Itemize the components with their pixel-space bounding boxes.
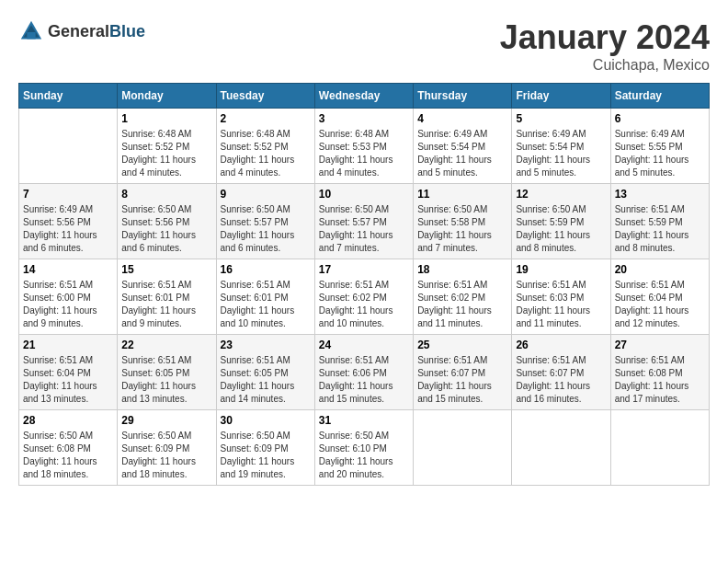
calendar-cell: 25Sunrise: 6:51 AM Sunset: 6:07 PM Dayli… (414, 335, 512, 410)
day-info: Sunrise: 6:51 AM Sunset: 6:00 PM Dayligh… (23, 279, 113, 330)
day-info: Sunrise: 6:51 AM Sunset: 6:08 PM Dayligh… (615, 354, 705, 406)
week-row-1: 1Sunrise: 6:48 AM Sunset: 5:52 PM Daylig… (19, 109, 710, 184)
day-number: 19 (516, 263, 606, 276)
day-info: Sunrise: 6:50 AM Sunset: 6:08 PM Dayligh… (23, 430, 113, 481)
weekday-header-sunday: Sunday (19, 84, 118, 109)
day-number: 10 (319, 188, 409, 201)
weekday-header-wednesday: Wednesday (314, 84, 413, 109)
calendar-cell: 26Sunrise: 6:51 AM Sunset: 6:07 PM Dayli… (512, 335, 610, 410)
logo: GeneralBlue (18, 18, 145, 44)
title-block: January 2024 Cuichapa, Mexico (500, 18, 710, 74)
calendar-cell: 22Sunrise: 6:51 AM Sunset: 6:05 PM Dayli… (118, 335, 216, 410)
day-number: 18 (417, 263, 507, 276)
day-number: 1 (121, 112, 211, 125)
day-number: 4 (417, 112, 507, 125)
calendar-cell: 11Sunrise: 6:50 AM Sunset: 5:58 PM Dayli… (414, 184, 512, 259)
page-header: GeneralBlue January 2024 Cuichapa, Mexic… (18, 18, 710, 74)
calendar-cell: 18Sunrise: 6:51 AM Sunset: 6:02 PM Dayli… (414, 259, 512, 335)
day-info: Sunrise: 6:50 AM Sunset: 6:10 PM Dayligh… (319, 430, 409, 481)
week-row-5: 28Sunrise: 6:50 AM Sunset: 6:08 PM Dayli… (19, 410, 710, 486)
calendar-cell: 9Sunrise: 6:50 AM Sunset: 5:57 PM Daylig… (216, 184, 314, 259)
calendar-cell: 16Sunrise: 6:51 AM Sunset: 6:01 PM Dayli… (216, 259, 314, 335)
day-number: 12 (516, 188, 606, 201)
day-info: Sunrise: 6:51 AM Sunset: 5:59 PM Dayligh… (615, 203, 705, 255)
calendar-cell: 6Sunrise: 6:49 AM Sunset: 5:55 PM Daylig… (610, 109, 709, 184)
day-info: Sunrise: 6:50 AM Sunset: 5:57 PM Dayligh… (319, 203, 409, 255)
day-info: Sunrise: 6:48 AM Sunset: 5:53 PM Dayligh… (319, 128, 409, 179)
day-info: Sunrise: 6:50 AM Sunset: 5:58 PM Dayligh… (417, 203, 507, 255)
calendar-cell: 4Sunrise: 6:49 AM Sunset: 5:54 PM Daylig… (414, 109, 512, 184)
day-info: Sunrise: 6:50 AM Sunset: 5:57 PM Dayligh… (221, 203, 311, 255)
day-number: 2 (221, 112, 311, 125)
day-info: Sunrise: 6:51 AM Sunset: 6:07 PM Dayligh… (417, 354, 507, 406)
weekday-header-monday: Monday (118, 84, 216, 109)
day-number: 21 (23, 339, 113, 351)
weekday-header-row: SundayMondayTuesdayWednesdayThursdayFrid… (19, 84, 710, 109)
day-info: Sunrise: 6:50 AM Sunset: 6:09 PM Dayligh… (121, 430, 211, 481)
day-number: 27 (615, 339, 705, 351)
weekday-header-tuesday: Tuesday (216, 84, 314, 109)
day-number: 29 (121, 414, 211, 427)
calendar-cell: 5Sunrise: 6:49 AM Sunset: 5:54 PM Daylig… (512, 109, 610, 184)
calendar-cell: 31Sunrise: 6:50 AM Sunset: 6:10 PM Dayli… (314, 410, 413, 486)
calendar-cell: 19Sunrise: 6:51 AM Sunset: 6:03 PM Dayli… (512, 259, 610, 335)
day-number: 7 (23, 188, 113, 201)
calendar-cell: 1Sunrise: 6:48 AM Sunset: 5:52 PM Daylig… (118, 109, 216, 184)
calendar-cell: 21Sunrise: 6:51 AM Sunset: 6:04 PM Dayli… (19, 335, 118, 410)
calendar-cell: 15Sunrise: 6:51 AM Sunset: 6:01 PM Dayli… (118, 259, 216, 335)
calendar-cell: 12Sunrise: 6:50 AM Sunset: 5:59 PM Dayli… (512, 184, 610, 259)
day-number: 30 (221, 414, 311, 427)
calendar-cell: 13Sunrise: 6:51 AM Sunset: 5:59 PM Dayli… (610, 184, 709, 259)
month-title: January 2024 (500, 18, 710, 57)
day-number: 13 (615, 188, 705, 201)
calendar-cell: 10Sunrise: 6:50 AM Sunset: 5:57 PM Dayli… (314, 184, 413, 259)
calendar-cell (414, 410, 512, 486)
day-info: Sunrise: 6:51 AM Sunset: 6:04 PM Dayligh… (23, 354, 113, 406)
week-row-4: 21Sunrise: 6:51 AM Sunset: 6:04 PM Dayli… (19, 335, 710, 410)
day-info: Sunrise: 6:51 AM Sunset: 6:05 PM Dayligh… (221, 354, 311, 406)
calendar-cell: 24Sunrise: 6:51 AM Sunset: 6:06 PM Dayli… (314, 335, 413, 410)
calendar-cell: 20Sunrise: 6:51 AM Sunset: 6:04 PM Dayli… (610, 259, 709, 335)
calendar-cell: 17Sunrise: 6:51 AM Sunset: 6:02 PM Dayli… (314, 259, 413, 335)
day-number: 8 (121, 188, 211, 201)
day-info: Sunrise: 6:51 AM Sunset: 6:03 PM Dayligh… (516, 279, 606, 330)
day-info: Sunrise: 6:51 AM Sunset: 6:05 PM Dayligh… (121, 354, 211, 406)
day-number: 14 (23, 263, 113, 276)
calendar-cell: 29Sunrise: 6:50 AM Sunset: 6:09 PM Dayli… (118, 410, 216, 486)
day-number: 23 (221, 339, 311, 351)
calendar-cell: 27Sunrise: 6:51 AM Sunset: 6:08 PM Dayli… (610, 335, 709, 410)
weekday-header-friday: Friday (512, 84, 610, 109)
calendar-table: SundayMondayTuesdayWednesdayThursdayFrid… (18, 83, 710, 486)
day-number: 26 (516, 339, 606, 351)
week-row-2: 7Sunrise: 6:49 AM Sunset: 5:56 PM Daylig… (19, 184, 710, 259)
day-number: 9 (221, 188, 311, 201)
day-info: Sunrise: 6:51 AM Sunset: 6:04 PM Dayligh… (615, 279, 705, 330)
logo-text-blue: Blue (109, 22, 145, 40)
day-number: 11 (417, 188, 507, 201)
calendar-cell (19, 109, 118, 184)
day-number: 5 (516, 112, 606, 125)
day-number: 31 (319, 414, 409, 427)
logo-text-general: General (48, 22, 109, 40)
calendar-cell: 7Sunrise: 6:49 AM Sunset: 5:56 PM Daylig… (19, 184, 118, 259)
day-info: Sunrise: 6:51 AM Sunset: 6:01 PM Dayligh… (221, 279, 311, 330)
day-info: Sunrise: 6:50 AM Sunset: 5:56 PM Dayligh… (121, 203, 211, 255)
calendar-cell: 3Sunrise: 6:48 AM Sunset: 5:53 PM Daylig… (314, 109, 413, 184)
calendar-cell: 8Sunrise: 6:50 AM Sunset: 5:56 PM Daylig… (118, 184, 216, 259)
calendar-cell (610, 410, 709, 486)
weekday-header-saturday: Saturday (610, 84, 709, 109)
day-number: 3 (319, 112, 409, 125)
day-number: 25 (417, 339, 507, 351)
day-info: Sunrise: 6:48 AM Sunset: 5:52 PM Dayligh… (121, 128, 211, 179)
day-info: Sunrise: 6:51 AM Sunset: 6:06 PM Dayligh… (319, 354, 409, 406)
calendar-cell: 23Sunrise: 6:51 AM Sunset: 6:05 PM Dayli… (216, 335, 314, 410)
calendar-cell (512, 410, 610, 486)
day-info: Sunrise: 6:51 AM Sunset: 6:07 PM Dayligh… (516, 354, 606, 406)
day-number: 15 (121, 263, 211, 276)
day-info: Sunrise: 6:50 AM Sunset: 6:09 PM Dayligh… (221, 430, 311, 481)
weekday-header-thursday: Thursday (414, 84, 512, 109)
day-number: 17 (319, 263, 409, 276)
day-info: Sunrise: 6:50 AM Sunset: 5:59 PM Dayligh… (516, 203, 606, 255)
day-number: 20 (615, 263, 705, 276)
week-row-3: 14Sunrise: 6:51 AM Sunset: 6:00 PM Dayli… (19, 259, 710, 335)
